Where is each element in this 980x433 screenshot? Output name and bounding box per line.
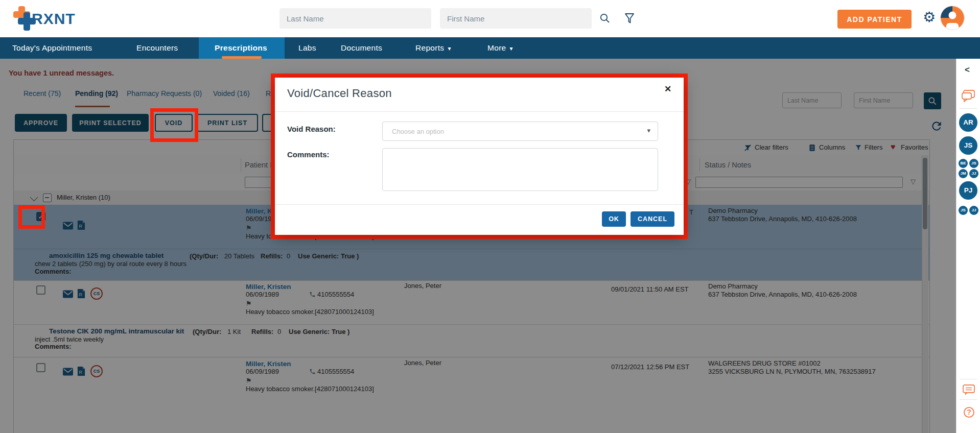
nav-reports[interactable]: Reports [415,37,451,59]
main-nav: Today's Appointments Encounters Prescrip… [0,37,980,59]
nav-prescriptions[interactable]: Prescriptions [215,37,267,59]
void-cancel-modal: Void/Cancel Reason ✕ Void Reason: Choose… [275,78,684,235]
patient-last-name-input[interactable] [279,8,431,29]
chat-bubbles-icon[interactable] [961,89,975,103]
ok-button[interactable]: OK [602,211,626,227]
avatar-pj[interactable]: PJ [959,181,977,200]
user-avatar[interactable] [940,6,965,30]
avatar-jj[interactable]: JJ [969,169,978,178]
patient-first-name-input[interactable] [440,8,592,29]
comments-textarea[interactable] [382,148,658,191]
add-patient-button[interactable]: ADD PATIENT [837,10,912,29]
brand-name: RXNT [32,10,76,28]
messaging-sidebar: < AR JS BE JS JM JJ PJ JS JJ ? [956,59,980,433]
feedback-message-icon[interactable] [962,384,975,396]
avatar-js-small-2[interactable]: JS [959,206,968,215]
avatar-be[interactable]: BE [959,159,968,168]
void-reason-label: Void Reason: [287,125,336,133]
avatar-ar[interactable]: AR [959,113,977,132]
nav-labs[interactable]: Labs [298,37,316,59]
void-reason-select[interactable]: Choose an option ▾ [382,122,658,141]
rxnt-app: RXNT ADD PATIENT ⚙ Today's Appointments … [0,0,980,433]
gear-icon[interactable]: ⚙ [923,7,936,28]
void-reason-placeholder: Choose an option [392,128,444,135]
close-icon[interactable]: ✕ [664,84,671,94]
avatar-jj-small-2[interactable]: JJ [969,206,978,215]
app-header: RXNT ADD PATIENT ⚙ [0,0,980,37]
comments-label: Comments: [287,150,330,159]
cancel-button[interactable]: CANCEL [631,211,674,227]
search-icon[interactable] [599,12,611,25]
nav-more[interactable]: More [487,37,513,59]
nav-encounters[interactable]: Encounters [136,37,178,59]
modal-title: Void/Cancel Reason [287,87,392,100]
nav-documents[interactable]: Documents [341,37,382,59]
help-icon[interactable]: ? [964,407,974,418]
filter-icon[interactable] [623,12,636,25]
avatar-jm[interactable]: JM [959,169,968,178]
nav-todays-appointments[interactable]: Today's Appointments [12,37,92,59]
collapse-sidebar-icon[interactable]: < [965,65,970,75]
annotation-modal-highlight: Void/Cancel Reason ✕ Void Reason: Choose… [271,74,688,239]
avatar-js-small[interactable]: JS [969,159,978,168]
chevron-down-icon: ▾ [647,127,650,134]
annotation-row1-checkbox [18,205,45,229]
avatar-js[interactable]: JS [959,136,977,155]
annotation-void-button [150,108,198,142]
